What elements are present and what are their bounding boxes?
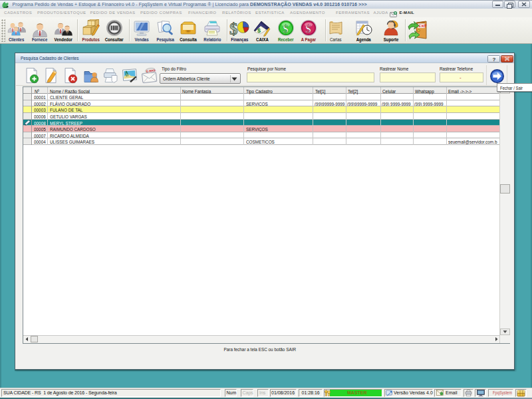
svg-text:$: $ [283,23,289,35]
svg-text:$: $ [305,23,311,35]
svg-text:$: $ [257,27,261,34]
svg-text:EXIT: EXIT [419,24,428,28]
svg-text:$: $ [229,20,238,37]
